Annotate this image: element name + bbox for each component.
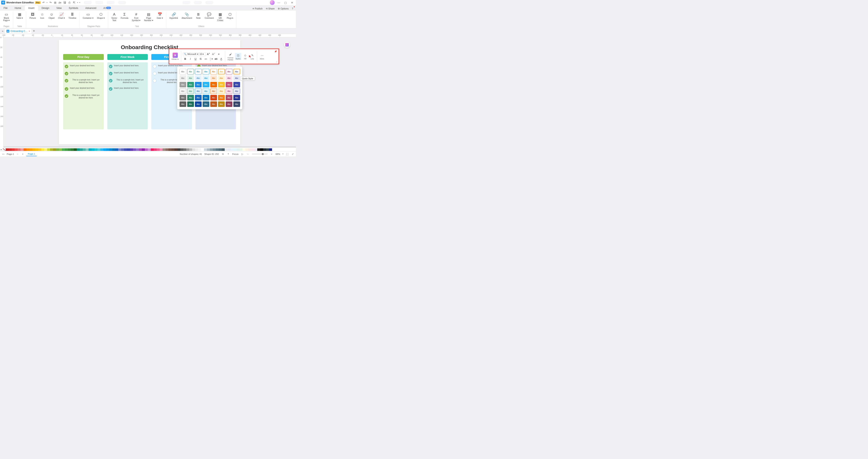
- quick-style-swatch[interactable]: Abc: [226, 101, 232, 107]
- quick-style-swatch[interactable]: Abc: [195, 82, 202, 87]
- checklist-item[interactable]: Insert your desired text here.: [65, 64, 102, 68]
- expand-icon[interactable]: ⤢: [276, 61, 277, 63]
- color-swatch[interactable]: [53, 148, 56, 151]
- ribbon-note[interactable]: 🗎Note: [194, 12, 203, 22]
- increase-font-icon[interactable]: A˄: [206, 52, 211, 56]
- ribbon-page-number[interactable]: ▤PageNumber ▾: [143, 12, 155, 22]
- checklist-item[interactable]: Insert your desired text here.: [109, 71, 146, 75]
- underline-button[interactable]: U: [193, 57, 198, 61]
- color-swatch[interactable]: [18, 148, 21, 151]
- color-swatch[interactable]: [56, 148, 59, 151]
- quick-style-swatch[interactable]: Abc: [203, 69, 209, 74]
- color-swatch[interactable]: [266, 148, 269, 151]
- menu-file[interactable]: File: [0, 5, 11, 11]
- menu-insert[interactable]: Insert: [25, 5, 38, 11]
- checklist-item[interactable]: This is a sample text. Insert yor desire…: [65, 79, 102, 84]
- ribbon-picture[interactable]: 🖼Picture: [28, 12, 37, 20]
- new-icon[interactable]: ⊞: [54, 1, 57, 4]
- color-swatch[interactable]: [77, 148, 80, 151]
- column-body[interactable]: Insert your desired text here.Insert you…: [63, 62, 104, 129]
- color-swatch[interactable]: [92, 148, 94, 151]
- zoom-out-icon[interactable]: −: [246, 152, 250, 156]
- color-swatch[interactable]: [133, 148, 136, 151]
- color-swatch[interactable]: [162, 148, 165, 151]
- color-swatch[interactable]: [38, 148, 41, 151]
- color-swatch[interactable]: [148, 148, 151, 151]
- ribbon-vector-text[interactable]: AVectorText: [110, 12, 119, 22]
- font-selector[interactable]: 🔍Microsoft▾: [183, 52, 198, 56]
- color-swatch[interactable]: [160, 148, 162, 151]
- ribbon-font-symbol[interactable]: #FontSymbol ▾: [130, 12, 142, 22]
- quick-style-swatch[interactable]: Abc: [195, 75, 202, 81]
- color-swatch[interactable]: [165, 148, 168, 151]
- close-button[interactable]: ✕: [289, 1, 295, 4]
- canvas[interactable]: Onboarding Checklist First DayInsert you…: [4, 37, 296, 148]
- styles-button[interactable]: ◫ Styles: [235, 53, 242, 60]
- quick-style-swatch[interactable]: Abc: [226, 88, 232, 94]
- color-swatch[interactable]: [59, 148, 62, 151]
- color-swatch[interactable]: [260, 148, 263, 151]
- color-swatch[interactable]: [136, 148, 139, 151]
- color-swatch[interactable]: [71, 148, 74, 151]
- menu-advanced[interactable]: Advanced: [82, 5, 100, 11]
- color-swatch[interactable]: [121, 148, 124, 151]
- quick-style-swatch[interactable]: Abc: [180, 75, 186, 81]
- quick-style-swatch[interactable]: Abc: [203, 88, 209, 94]
- color-swatch[interactable]: [32, 148, 35, 151]
- color-swatch[interactable]: [130, 148, 133, 151]
- color-swatch[interactable]: [65, 148, 68, 151]
- outline-view-icon[interactable]: ▭: [2, 152, 5, 156]
- color-swatch[interactable]: [24, 148, 26, 151]
- ribbon-timeline[interactable]: ≣Timeline: [67, 12, 78, 20]
- quick-style-swatch[interactable]: Abc: [210, 69, 217, 74]
- quick-style-swatch[interactable]: Abc: [187, 82, 194, 87]
- checklist-item[interactable]: Insert your desired text here.: [109, 64, 146, 68]
- bullet-list-button[interactable]: ⋮≡: [209, 57, 213, 61]
- quick-style-swatch[interactable]: Abc: [210, 82, 217, 87]
- edraw-ai-button[interactable]: M Edraw AI: [171, 53, 180, 60]
- color-swatch[interactable]: [230, 148, 234, 151]
- quick-style-swatch[interactable]: Abc: [210, 95, 217, 100]
- user-avatar[interactable]: [270, 0, 275, 5]
- no-fill-swatch[interactable]: [3, 148, 6, 151]
- color-swatch[interactable]: [210, 148, 213, 151]
- color-swatch[interactable]: [172, 148, 175, 151]
- strike-button[interactable]: S: [198, 57, 203, 61]
- ribbon-chart[interactable]: 📈Chart ▾: [57, 12, 67, 20]
- color-swatch[interactable]: [124, 148, 127, 151]
- quick-style-swatch[interactable]: Abc: [226, 75, 232, 81]
- color-swatch[interactable]: [41, 148, 44, 151]
- color-swatch[interactable]: [222, 148, 225, 151]
- color-swatch[interactable]: [228, 148, 230, 151]
- quick-style-swatch[interactable]: Abc: [218, 101, 225, 107]
- ribbon-container[interactable]: ▭Container ▾: [81, 12, 95, 20]
- color-swatch[interactable]: [44, 148, 47, 151]
- ribbon-date[interactable]: 📅Date ▾: [155, 12, 164, 22]
- checklist-item[interactable]: Insert your desired text here.: [65, 71, 102, 75]
- decrease-font-icon[interactable]: A˅: [211, 52, 216, 56]
- color-swatch[interactable]: [12, 148, 14, 151]
- color-swatch[interactable]: [254, 148, 257, 151]
- bold-button[interactable]: B: [183, 57, 188, 61]
- color-swatch[interactable]: [118, 148, 121, 151]
- ribbon-comment[interactable]: 💬Comment: [203, 12, 215, 22]
- save-icon[interactable]: 🖫: [63, 1, 66, 4]
- quick-style-swatch[interactable]: Abc: [226, 69, 232, 74]
- maximize-button[interactable]: ▢: [283, 1, 288, 4]
- quick-style-swatch[interactable]: Abc: [187, 88, 194, 94]
- numbered-list-button[interactable]: ≔: [204, 57, 208, 61]
- quick-style-swatch[interactable]: Abc: [187, 75, 194, 81]
- color-swatch[interactable]: [86, 148, 89, 151]
- quick-style-swatch[interactable]: Abc: [187, 101, 194, 107]
- color-swatch[interactable]: [47, 148, 50, 151]
- column-header[interactable]: First Week: [107, 54, 148, 60]
- minimize-button[interactable]: —: [276, 1, 281, 4]
- menu-design[interactable]: Design: [38, 5, 53, 11]
- quick-style-swatch[interactable]: Abc: [234, 88, 240, 94]
- color-swatch[interactable]: [9, 148, 12, 151]
- quick-style-swatch[interactable]: Abc: [234, 101, 240, 107]
- italic-button[interactable]: I: [188, 57, 193, 61]
- checklist-item[interactable]: This is a sample text. Insert yor desire…: [65, 94, 102, 99]
- color-swatch[interactable]: [109, 148, 112, 151]
- page-tab[interactable]: Page-1: [26, 152, 37, 156]
